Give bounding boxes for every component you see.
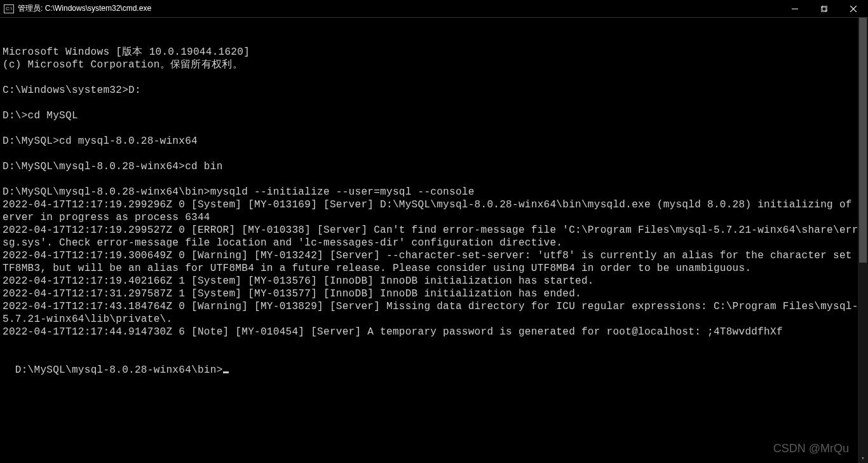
svg-rect-1 bbox=[822, 6, 827, 11]
maximize-icon bbox=[821, 6, 827, 12]
svg-rect-0 bbox=[821, 7, 826, 12]
close-icon bbox=[850, 6, 857, 12]
window-title: 管理员: C:\Windows\system32\cmd.exe bbox=[18, 3, 151, 14]
cursor bbox=[223, 371, 229, 373]
terminal-output: Microsoft Windows [版本 10.0.19044.1620] (… bbox=[3, 46, 868, 351]
scroll-down-arrow-icon[interactable]: ▾ bbox=[858, 453, 868, 463]
maximize-button[interactable] bbox=[810, 0, 839, 18]
window-titlebar[interactable]: C:\ 管理员: C:\Windows\system32\cmd.exe bbox=[0, 0, 868, 18]
minimize-icon bbox=[792, 6, 798, 12]
scroll-thumb[interactable] bbox=[859, 18, 867, 263]
terminal-body[interactable]: Microsoft Windows [版本 10.0.19044.1620] (… bbox=[0, 18, 868, 463]
close-button[interactable] bbox=[839, 0, 868, 18]
vertical-scrollbar[interactable]: ▴ ▾ bbox=[858, 18, 868, 463]
minimize-button[interactable] bbox=[780, 0, 810, 18]
window-controls bbox=[780, 0, 868, 18]
terminal-prompt: D:\MySQL\mysql-8.0.28-winx64\bin> bbox=[15, 364, 223, 376]
cmd-icon: C:\ bbox=[4, 4, 14, 13]
